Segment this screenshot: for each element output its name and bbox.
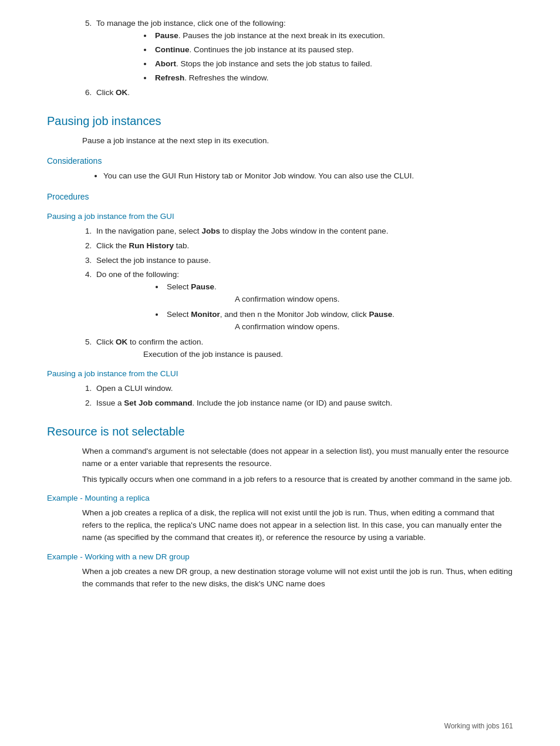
intro-step-6: Click OK. bbox=[94, 87, 513, 99]
clui-step-2: Issue a Set Job command. Include the job… bbox=[94, 397, 513, 410]
confirm-note-2: A confirmation window opens. bbox=[235, 322, 340, 331]
considerations-heading: Considerations bbox=[47, 155, 513, 168]
intro-step-5: To manage the job instance, click one of… bbox=[94, 18, 513, 85]
gui-step4-bullets: Select Pause. A confirmation window open… bbox=[155, 281, 513, 333]
considerations-bullet: You can use the GUI Run History tab or M… bbox=[103, 170, 513, 183]
footer: Working with jobs 161 bbox=[444, 721, 513, 732]
intro-steps: To manage the job instance, click one of… bbox=[82, 18, 513, 99]
gui-step-4: Do one of the following: Select Pause. A… bbox=[94, 269, 513, 333]
gui-step-5: Click OK to confirm the action. Executio… bbox=[94, 336, 513, 361]
clui-subheading: Pausing a job instance from the CLUI bbox=[47, 368, 513, 380]
example2-heading: Example - Working with a new DR group bbox=[47, 551, 513, 563]
resource-section-heading: Resource is not selectable bbox=[47, 423, 513, 441]
example1-para: When a job creates a replica of a disk, … bbox=[82, 507, 513, 544]
clui-steps-list: Open a CLUI window. Issue a Set Job comm… bbox=[82, 383, 513, 410]
example1-heading: Example - Mounting a replica bbox=[47, 492, 513, 505]
gui-step4-bullet-monitor: Select Monitor, and then n the Monitor J… bbox=[164, 309, 513, 333]
intro-bullet-continue: Continue. Continues the job instance at … bbox=[153, 44, 513, 56]
gui-step-2: Click the Run History tab. bbox=[94, 240, 513, 252]
pausing-intro: Pause a job instance at the next step in… bbox=[82, 135, 513, 147]
gui-step-3: Select the job instance to pause. bbox=[94, 255, 513, 267]
considerations-list: You can use the GUI Run History tab or M… bbox=[94, 170, 513, 183]
procedures-heading: Procedures bbox=[47, 191, 513, 204]
page: To manage the job instance, click one of… bbox=[0, 0, 560, 746]
gui-step4-bullet-pause: Select Pause. A confirmation window open… bbox=[164, 281, 513, 306]
resource-para2: This typically occurs when one command i… bbox=[82, 474, 513, 486]
intro-bullet-pause: Pause. Pauses the job instance at the ne… bbox=[153, 30, 513, 42]
pausing-section-heading: Pausing job instances bbox=[47, 112, 513, 130]
execution-note: Execution of the job instance is paused. bbox=[143, 350, 283, 359]
clui-step-1: Open a CLUI window. bbox=[94, 383, 513, 395]
resource-para1: When a command's argument is not selecta… bbox=[82, 445, 513, 470]
example2-para: When a job creates a new DR group, a new… bbox=[82, 566, 513, 590]
gui-step-1: In the navigation pane, select Jobs to d… bbox=[94, 225, 513, 238]
gui-steps-list: In the navigation pane, select Jobs to d… bbox=[82, 225, 513, 361]
intro-bullet-refresh: Refresh. Refreshes the window. bbox=[153, 72, 513, 85]
intro-bullets: Pause. Pauses the job instance at the ne… bbox=[143, 30, 513, 85]
intro-bullet-abort: Abort. Stops the job instance and sets t… bbox=[153, 58, 513, 70]
gui-subheading: Pausing a job instance from the GUI bbox=[47, 211, 513, 223]
confirm-note-1: A confirmation window opens. bbox=[235, 295, 340, 303]
